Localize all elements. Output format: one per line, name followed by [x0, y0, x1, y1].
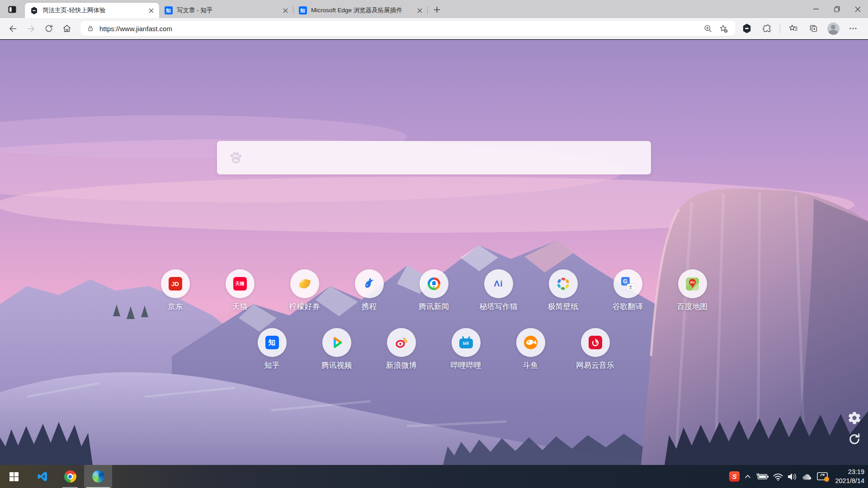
screen: { "browser": { "tabs": [ {"title": "简法主页…: [0, 0, 868, 488]
zhihu-icon: 知: [164, 6, 173, 15]
back-button[interactable]: [5, 21, 20, 36]
taskbar-chrome[interactable]: [56, 465, 84, 488]
shortcut-label: 斗鱼: [523, 360, 538, 371]
chrome-icon: [64, 470, 76, 483]
jd-logo-icon: JD: [161, 269, 190, 298]
avatar-icon: [827, 23, 840, 35]
tab-close-icon[interactable]: [415, 6, 424, 15]
toolbar-divider: [780, 24, 780, 33]
tab-strip: 简法主页-轻快上网体验知写文章 - 知乎知Microsoft Edge 浏览器及…: [25, 0, 428, 18]
jijian-wallpaper-logo-icon: [549, 269, 578, 298]
shortcut-douyu[interactable]: 斗鱼: [498, 328, 563, 371]
shortcut-label: 百度地图: [677, 301, 708, 312]
shortcut-label: 知乎: [264, 360, 280, 371]
home-button[interactable]: [60, 21, 74, 36]
zhihu-icon: 知: [298, 6, 307, 15]
shortcut-label: 腾讯新闻: [419, 301, 449, 312]
browser-tab[interactable]: 知Microsoft Edge 浏览器及拓展插件: [293, 3, 428, 18]
tmall-logo-icon: 天猫: [226, 269, 255, 298]
address-bar[interactable]: https://www.jianfast.com: [80, 21, 736, 36]
shortcut-mita[interactable]: Λi秘塔写作猫: [466, 269, 531, 312]
windows-logo-icon: [9, 472, 19, 482]
forward-button[interactable]: [24, 21, 38, 36]
shortcut-label: 网易云音乐: [576, 360, 614, 371]
collections-icon[interactable]: [807, 22, 820, 35]
douyu-logo-icon: [516, 328, 545, 357]
shortcut-label: 腾讯视频: [321, 360, 352, 371]
settings-more-icon[interactable]: [846, 22, 860, 35]
shortcut-label: 柠檬好券: [289, 301, 320, 312]
shortcut-ctrip[interactable]: 携程: [337, 269, 401, 312]
taskbar-edge[interactable]: [84, 465, 112, 488]
shortcut-row-2: 知知乎腾讯视频新浪微博bili哔哩哔哩斗鱼网易云音乐: [240, 328, 627, 371]
browser-toolbar: https://www.jianfast.com: [0, 18, 868, 39]
shortcut-netease-music[interactable]: 网易云音乐: [563, 328, 627, 371]
shortcut-zhihu[interactable]: 知知乎: [240, 328, 304, 371]
tab-close-icon[interactable]: [281, 6, 290, 15]
bilibili-logo-icon: bili: [452, 328, 481, 357]
baidu-paw-icon: du: [229, 150, 243, 165]
close-window-button[interactable]: [847, 0, 868, 18]
new-tab-button[interactable]: [430, 3, 443, 16]
show-hidden-icons-chevron[interactable]: [741, 465, 755, 488]
tab-title: 写文章 - 知乎: [177, 6, 278, 14]
cast-notification-icon[interactable]: [815, 465, 831, 488]
browser-tab[interactable]: 简法主页-轻快上网体验: [25, 3, 159, 18]
shortcut-tmall[interactable]: 天猫天猫: [208, 269, 272, 312]
shortcut-label: 携程: [362, 301, 377, 312]
search-box[interactable]: du: [217, 141, 651, 174]
volume-icon[interactable]: [785, 465, 800, 488]
tab-title: Microsoft Edge 浏览器及拓展插件: [311, 6, 412, 14]
window-controls: [806, 0, 868, 18]
shortcut-tencent-video[interactable]: 腾讯视频: [304, 328, 369, 371]
vscode-icon: [36, 470, 48, 483]
shortcut-baidu-map[interactable]: du百度地图: [660, 269, 725, 312]
start-button[interactable]: [0, 465, 28, 488]
taskbar-clock[interactable]: 23:19 2021/8/14: [835, 468, 864, 485]
tab-actions-menu-icon[interactable]: [6, 4, 18, 15]
ctrip-logo-icon: [355, 269, 384, 298]
baidu-map-logo-icon: du: [678, 269, 707, 298]
shortcut-bilibili[interactable]: bili哔哩哔哩: [434, 328, 498, 371]
add-favorite-star-icon[interactable]: [717, 23, 729, 34]
system-tray: S 23:19 2021/8/14: [727, 465, 868, 488]
wifi-icon[interactable]: [771, 465, 785, 488]
zoom-page-icon[interactable]: [702, 23, 714, 34]
shortcut-label: 极简壁纸: [548, 301, 579, 312]
onedrive-icon[interactable]: [800, 465, 815, 488]
restore-button[interactable]: [826, 0, 847, 18]
shortcut-label: 天猫: [232, 301, 248, 312]
url-text[interactable]: https://www.jianfast.com: [99, 25, 698, 33]
shortcut-label: 哔哩哔哩: [451, 360, 481, 371]
lemon-logo-icon: [290, 269, 319, 298]
shortcut-jd[interactable]: JD京东: [143, 269, 208, 312]
tencent-news-logo-icon: [420, 269, 448, 298]
shortcut-google-translate[interactable]: G文谷歌翻译: [595, 269, 660, 312]
shortcut-jijian-wallpaper[interactable]: 极简壁纸: [531, 269, 595, 312]
jianfa-extension-icon[interactable]: [740, 22, 754, 35]
tab-title: 简法主页-轻快上网体验: [42, 6, 144, 14]
taskbar-vscode[interactable]: [28, 465, 56, 488]
browser-tab[interactable]: 知写文章 - 知乎: [159, 3, 293, 18]
svg-text:du: du: [233, 158, 239, 163]
netease-music-logo-icon: [581, 328, 610, 357]
favorites-icon[interactable]: [787, 22, 800, 35]
jianfa-logo-icon: [30, 6, 38, 15]
extensions-puzzle-icon[interactable]: [760, 22, 774, 35]
refresh-button[interactable]: [42, 21, 56, 36]
sogou-input-icon[interactable]: S: [727, 465, 741, 488]
shortcut-lemon[interactable]: 柠檬好券: [272, 269, 337, 312]
tab-close-icon[interactable]: [146, 6, 156, 15]
clock-date: 2021/8/14: [835, 477, 864, 485]
page-settings-gear-icon[interactable]: [847, 410, 862, 426]
profile-avatar[interactable]: [826, 22, 840, 35]
shortcut-tencent-news[interactable]: 腾讯新闻: [401, 269, 466, 312]
battery-charging-icon[interactable]: [755, 465, 771, 488]
page-content: du JD京东天猫天猫柠檬好券携程腾讯新闻Λi秘塔写作猫极简壁纸G文谷歌翻译du…: [0, 40, 868, 465]
minimize-button[interactable]: [806, 0, 826, 18]
weibo-logo-icon: [387, 328, 416, 357]
shortcut-weibo[interactable]: 新浪微博: [369, 328, 434, 371]
shortcut-label: 新浪微博: [386, 360, 417, 371]
page-refresh-icon[interactable]: [847, 432, 862, 447]
edge-icon: [92, 470, 104, 483]
